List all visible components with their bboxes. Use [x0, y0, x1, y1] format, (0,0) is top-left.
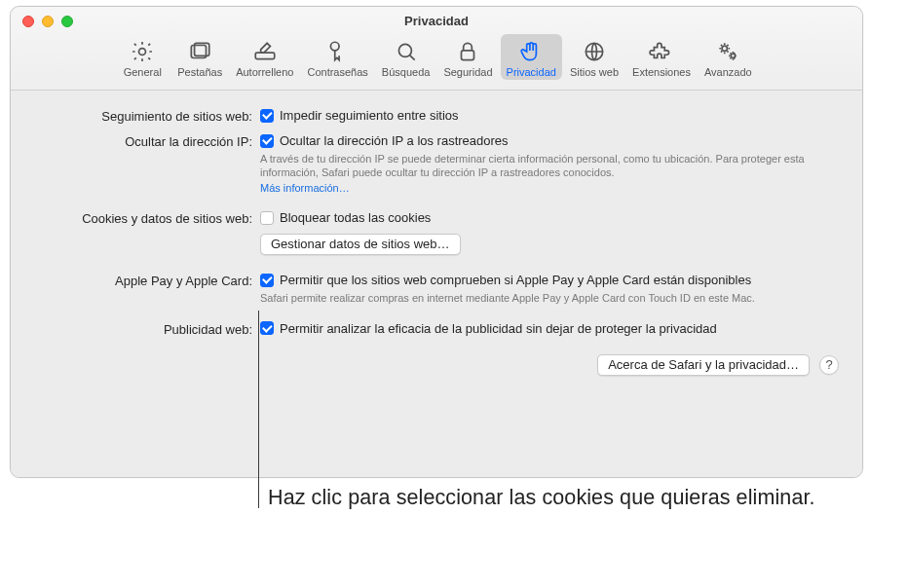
- tab-label: Autorrelleno: [236, 66, 293, 78]
- tab-search[interactable]: Búsqueda: [376, 34, 436, 80]
- cookies-row: Cookies y datos de sitios web: Bloquear …: [32, 210, 841, 228]
- apple-pay-label: Apple Pay y Apple Card:: [32, 273, 260, 288]
- svg-rect-6: [462, 51, 474, 60]
- svg-point-5: [398, 44, 411, 56]
- pencil-field-icon: [252, 37, 278, 66]
- tab-label: Contraseñas: [307, 66, 367, 78]
- privacy-pane: Seguimiento de sitios web: Impedir segui…: [11, 91, 862, 477]
- learn-more-link[interactable]: Más información…: [260, 182, 350, 194]
- prevent-cross-site-tracking-checkbox[interactable]: Impedir seguimiento entre sitios: [260, 108, 459, 124]
- puzzle-icon: [649, 37, 674, 66]
- tab-websites[interactable]: Sitios web: [564, 34, 624, 80]
- tab-passwords[interactable]: Contraseñas: [301, 34, 373, 80]
- window-title: Privacidad: [11, 14, 862, 28]
- tab-security[interactable]: Seguridad: [437, 34, 498, 80]
- checkbox-label: Permitir analizar la eficacia de la publ…: [280, 321, 717, 337]
- preferences-toolbar: General Pestañas Autorrelleno Contraseña…: [11, 32, 862, 90]
- tab-tabs[interactable]: Pestañas: [171, 34, 228, 80]
- callout-text: Haz clic para seleccionar las cookies qu…: [268, 485, 815, 512]
- gear-icon: [130, 37, 155, 66]
- hide-ip-label: Ocultar la dirección IP:: [32, 133, 260, 149]
- privacy-preserving-ads-checkbox[interactable]: Permitir analizar la eficacia de la publ…: [260, 321, 717, 337]
- cookies-label: Cookies y datos de sitios web:: [32, 210, 260, 226]
- about-safari-privacy-button[interactable]: Acerca de Safari y la privacidad…: [597, 354, 810, 376]
- website-tracking-label: Seguimiento de sitios web:: [32, 108, 260, 124]
- key-icon: [325, 37, 351, 66]
- checkbox-label: Permitir que los sitios web comprueben s…: [280, 273, 751, 288]
- titlebar: Privacidad General Pestañas Autorrelleno: [11, 7, 862, 91]
- manage-data-row: Gestionar datos de sitios web…: [32, 234, 841, 255]
- svg-point-4: [330, 42, 339, 51]
- tab-label: Búsqueda: [382, 66, 431, 78]
- svg-point-9: [732, 54, 736, 57]
- block-all-cookies-checkbox[interactable]: Bloquear todas las cookies: [260, 210, 431, 226]
- hide-ip-row: Ocultar la dirección IP: Ocultar la dire…: [32, 133, 841, 195]
- svg-rect-3: [255, 53, 275, 59]
- checkbox-indicator: [260, 274, 274, 287]
- checkbox-label: Impedir seguimiento entre sitios: [280, 108, 459, 124]
- globe-icon: [582, 37, 607, 66]
- callout-leader-line: [258, 311, 259, 508]
- apple-pay-checkbox[interactable]: Permitir que los sitios web comprueben s…: [260, 273, 751, 288]
- checkbox-indicator: [260, 134, 274, 148]
- preferences-window: Privacidad General Pestañas Autorrelleno: [10, 6, 863, 478]
- tab-label: Privacidad: [507, 66, 556, 78]
- tab-label: Sitios web: [570, 66, 619, 78]
- checkbox-indicator: [260, 321, 274, 335]
- checkbox-indicator: [260, 211, 274, 225]
- tab-label: Seguridad: [443, 66, 492, 78]
- tab-label: General: [124, 66, 162, 78]
- manage-website-data-button[interactable]: Gestionar datos de sitios web…: [260, 234, 461, 255]
- web-advertising-label: Publicidad web:: [32, 321, 260, 337]
- search-icon: [394, 37, 419, 66]
- tab-label: Avanzado: [704, 66, 752, 78]
- gears-icon: [715, 37, 740, 66]
- tab-autofill[interactable]: Autorrelleno: [230, 34, 299, 80]
- hide-ip-help-text: A través de tu dirección IP se puede det…: [260, 152, 841, 181]
- checkbox-indicator: [260, 109, 274, 123]
- tab-label: Pestañas: [177, 66, 222, 78]
- checkbox-label: Bloquear todas las cookies: [280, 210, 431, 226]
- apple-pay-help-text: Safari permite realizar compras en inter…: [260, 291, 841, 306]
- tab-general[interactable]: General: [115, 34, 170, 80]
- hand-icon: [518, 37, 544, 66]
- tab-label: Extensiones: [632, 66, 691, 78]
- hide-ip-checkbox[interactable]: Ocultar la dirección IP a los rastreador…: [260, 133, 509, 149]
- svg-point-0: [139, 49, 146, 55]
- checkbox-label: Ocultar la dirección IP a los rastreador…: [280, 133, 509, 149]
- svg-point-8: [722, 46, 727, 51]
- tab-extensions[interactable]: Extensiones: [626, 34, 697, 80]
- web-advertising-row: Publicidad web: Permitir analizar la efi…: [32, 321, 841, 337]
- footer-row: Acerca de Safari y la privacidad… ?: [32, 354, 841, 376]
- tab-advanced[interactable]: Avanzado: [699, 34, 758, 80]
- tab-privacy[interactable]: Privacidad: [501, 34, 562, 80]
- apple-pay-row: Apple Pay y Apple Card: Permitir que los…: [32, 273, 841, 305]
- website-tracking-row: Seguimiento de sitios web: Impedir segui…: [32, 108, 841, 124]
- help-button[interactable]: ?: [819, 355, 839, 375]
- tabs-icon: [187, 37, 212, 66]
- lock-icon: [455, 37, 480, 66]
